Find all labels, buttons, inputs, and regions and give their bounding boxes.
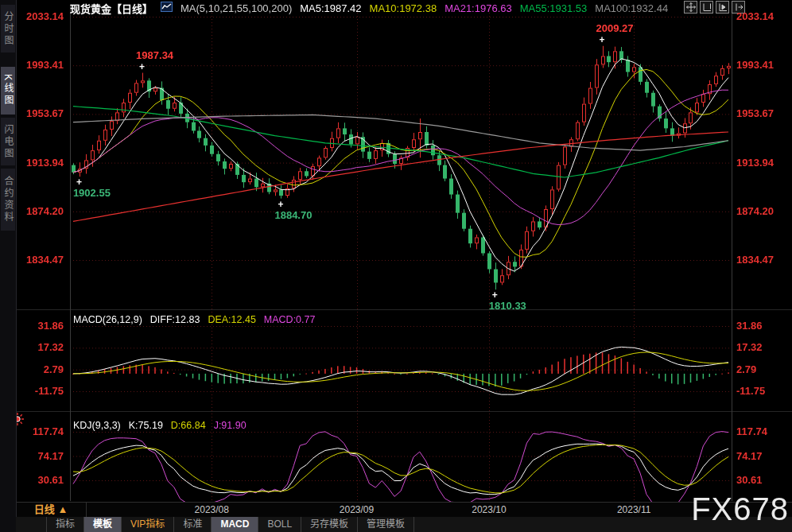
ma100-value: MA100:1932.44 — [595, 2, 668, 14]
macd-params: MACD(26,12,9) — [73, 314, 142, 325]
macd-value: MACD:0.77 — [264, 314, 316, 325]
watermark: FX678 — [691, 491, 789, 527]
kdj-params: KDJ(9,3,3) — [73, 420, 121, 431]
kdj-d-value: D:66.84 — [171, 420, 206, 431]
triangle-up-icon: ▲ — [57, 503, 68, 515]
tab-boll[interactable]: BOLL — [258, 517, 301, 532]
line-chart-icon — [161, 2, 173, 14]
x-axis-label: 2023/10 — [464, 504, 514, 515]
x-axis-label: 2023/11 — [608, 504, 659, 515]
tab-indicators[interactable]: 指标 — [47, 517, 84, 532]
indicator-tab-bar: 指标模板VIP指标标准MACDBOLL另存模板管理模板 — [16, 517, 792, 532]
period-label: 日线 — [34, 503, 55, 515]
ma10-value: MA10:1972.38 — [370, 2, 437, 14]
tabbar-spacer — [16, 517, 47, 532]
tab-templates[interactable]: 模板 — [84, 517, 122, 532]
x-axis-label: 2023/09 — [332, 504, 382, 515]
sidebar-tab-time-chart[interactable]: 分时图 — [1, 5, 15, 52]
chart-canvas[interactable] — [0, 0, 792, 532]
macd-dea-value: DEA:12.45 — [208, 314, 255, 325]
tab-save-template[interactable]: 另存模板 — [301, 517, 358, 532]
ma21-value: MA21:1976.63 — [445, 2, 512, 14]
ma-settings-label: MA(5,10,21,55,100,200) — [181, 2, 292, 14]
sidebar-tab-lightning-chart[interactable]: 闪电图 — [1, 118, 15, 165]
sidebar-tab-kline-chart[interactable]: K线图 — [1, 67, 15, 115]
symbol-title: 现货黄金【日线】 — [70, 1, 153, 16]
tab-macd[interactable]: MACD — [212, 517, 258, 532]
macd-panel-header: MACD(26,12,9) DIFF:12.83 DEA:12.45 MACD:… — [73, 314, 315, 325]
ma5-value: MA5:1987.42 — [300, 2, 361, 14]
tab-standard[interactable]: 标准 — [174, 517, 212, 532]
chart-application: 分时图K线图闪电图合约资料 现货黄金【日线】 MA(5,10,21,55,100… — [0, 0, 792, 532]
axis-play-icon[interactable] — [716, 1, 729, 14]
pan-icon[interactable] — [684, 1, 697, 14]
macd-diff-value: DIFF:12.83 — [150, 314, 200, 325]
period-selector[interactable]: 日线 ▲ — [16, 503, 87, 517]
kdj-j-value: J:91.90 — [214, 420, 247, 431]
tab-manage-template[interactable]: 管理模板 — [358, 517, 414, 532]
kdj-k-value: K:75.19 — [129, 420, 163, 431]
sidebar-tab-contract-info[interactable]: 合约资料 — [1, 169, 15, 231]
chart-toolbar — [684, 1, 745, 14]
chart-type-sidebar: 分时图K线图闪电图合约资料 — [0, 0, 17, 532]
kdj-panel-header: KDJ(9,3,3) K:75.19 D:66.84 J:91.90 — [73, 420, 247, 431]
exit-fullscreen-icon[interactable] — [732, 1, 745, 14]
x-axis-strip: 日线 ▲ 2023/082023/092023/102023/11 — [16, 502, 792, 518]
tab-vip-indicators[interactable]: VIP指标 — [122, 517, 174, 532]
axis-zoom-icon[interactable] — [700, 1, 713, 14]
ma55-value: MA55:1931.53 — [520, 2, 588, 14]
main-chart-header: 现货黄金【日线】 MA(5,10,21,55,100,200) MA5:1987… — [70, 2, 668, 14]
x-axis-label: 2023/08 — [186, 504, 237, 515]
